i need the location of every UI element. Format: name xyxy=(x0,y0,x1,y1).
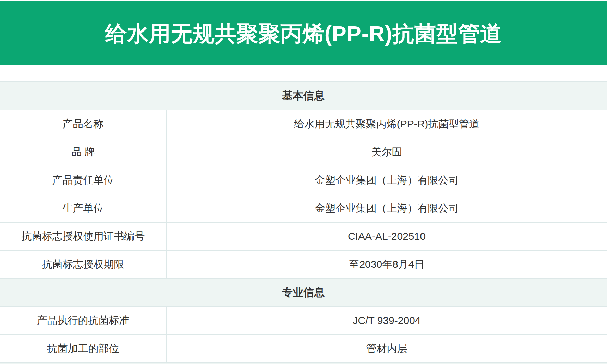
table-row: 产品执行的抗菌标准 JC/T 939-2004 xyxy=(0,306,607,334)
row-label: 生产单位 xyxy=(0,194,167,222)
row-label: 抗菌标志授权期限 xyxy=(0,251,167,278)
header-gap xyxy=(0,65,607,81)
row-label: 抗菌标志授权使用证书编号 xyxy=(0,223,167,250)
table-row: 产品名称 给水用无规共聚聚丙烯(PP-R)抗菌型管道 xyxy=(0,110,607,138)
row-value: 金塑企业集团（上海）有限公司 xyxy=(167,166,607,194)
row-label: 抗菌加工的部位 xyxy=(0,335,167,362)
row-value: JC/T 939-2004 xyxy=(167,307,607,334)
page-title: 给水用无规共聚聚丙烯(PP-R)抗菌型管道 xyxy=(105,17,502,49)
row-label: 品 牌 xyxy=(0,138,167,166)
info-table: 基本信息 产品名称 给水用无规共聚聚丙烯(PP-R)抗菌型管道 品 牌 美尔固 … xyxy=(0,81,607,364)
table-row: 产品责任单位 金塑企业集团（上海）有限公司 xyxy=(0,166,607,194)
table-row: 抗菌标志授权使用证书编号 CIAA-AL-202510 xyxy=(0,222,607,250)
row-value: 美尔固 xyxy=(167,138,607,166)
section-header-label: 专业信息 xyxy=(282,285,325,300)
row-value: CIAA-AL-202510 xyxy=(167,223,607,250)
row-value: 至2030年8月4日 xyxy=(167,251,607,278)
page: { "page": { "title": "给水用无规共聚聚丙烯(PP-R)抗菌… xyxy=(0,0,610,364)
next-section-header-partial xyxy=(0,362,607,364)
row-label: 产品责任单位 xyxy=(0,166,167,194)
section-header-basic-info: 基本信息 xyxy=(0,81,607,110)
table-row: 生产单位 金塑企业集团（上海）有限公司 xyxy=(0,194,607,222)
section-header-label: 基本信息 xyxy=(282,89,325,103)
page-header-banner: 给水用无规共聚聚丙烯(PP-R)抗菌型管道 xyxy=(0,1,607,65)
table-row: 抗菌加工的部位 管材内层 xyxy=(0,334,607,362)
row-value: 给水用无规共聚聚丙烯(PP-R)抗菌型管道 xyxy=(167,110,607,138)
row-label: 产品执行的抗菌标准 xyxy=(0,307,167,334)
row-label: 产品名称 xyxy=(0,110,167,138)
table-row: 品 牌 美尔固 xyxy=(0,138,607,166)
table-row: 抗菌标志授权期限 至2030年8月4日 xyxy=(0,250,607,278)
section-header-professional-info: 专业信息 xyxy=(0,278,607,306)
row-value: 金塑企业集团（上海）有限公司 xyxy=(167,194,607,222)
row-value: 管材内层 xyxy=(167,335,607,362)
